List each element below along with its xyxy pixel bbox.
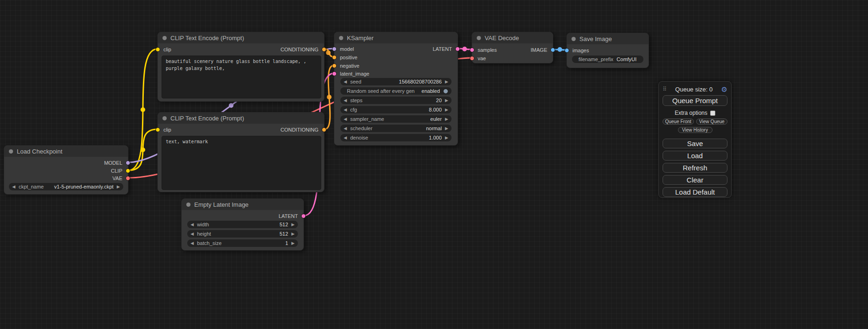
toggle-indicator-icon[interactable]	[443, 89, 448, 94]
node-titlebar[interactable]: KSampler	[334, 32, 458, 43]
width-widget[interactable]: ◀ width 512 ▶	[187, 221, 298, 228]
steps-widget[interactable]: ◀ steps 20 ▶	[340, 97, 452, 104]
arrow-left-icon[interactable]: ◀	[344, 125, 347, 132]
conditioning-port-dot[interactable]	[322, 47, 326, 52]
latent-port-dot[interactable]	[332, 71, 337, 76]
node-load-checkpoint[interactable]: Load Checkpoint MODEL CLIP VAE ◀ ckpt_na…	[4, 145, 128, 195]
node-vae-decode[interactable]: VAE Decode samples vae IMAGE	[472, 32, 553, 63]
image-port-dot[interactable]	[550, 48, 555, 52]
node-titlebar[interactable]: Save Image	[567, 33, 649, 44]
load-button[interactable]: Load	[663, 151, 727, 161]
latent-port-dot[interactable]	[470, 48, 474, 52]
widget-value[interactable]: 512	[214, 231, 288, 237]
arrow-right-icon[interactable]: ▶	[117, 183, 120, 190]
latent-port-dot[interactable]	[301, 214, 306, 218]
arrow-left-icon[interactable]: ◀	[344, 134, 347, 141]
scheduler-widget[interactable]: ◀ scheduler normal ▶	[340, 125, 452, 132]
load-default-button[interactable]: Load Default	[663, 187, 727, 197]
random-seed-toggle-widget[interactable]: Random seed after every gen enabled	[340, 87, 452, 95]
widget-value[interactable]: 8.000	[360, 107, 442, 112]
conditioning-port-dot[interactable]	[322, 127, 326, 132]
collapse-dot-icon[interactable]	[572, 37, 576, 41]
collapse-dot-icon[interactable]	[339, 36, 343, 40]
arrow-left-icon[interactable]: ◀	[12, 183, 15, 190]
arrow-right-icon[interactable]: ▶	[291, 230, 295, 238]
widget-value[interactable]: 1.000	[371, 135, 442, 140]
arrow-right-icon[interactable]: ▶	[445, 78, 448, 85]
collapse-dot-icon[interactable]	[162, 36, 167, 40]
arrow-left-icon[interactable]: ◀	[344, 106, 347, 113]
node-titlebar[interactable]: CLIP Text Encode (Prompt)	[158, 32, 324, 43]
input-positive: positive	[332, 54, 357, 61]
conditioning-port-dot[interactable]	[332, 63, 337, 68]
height-widget[interactable]: ◀ height 512 ▶	[187, 230, 298, 238]
arrow-right-icon[interactable]: ▶	[445, 106, 448, 113]
view-history-button[interactable]: View History	[678, 127, 713, 133]
arrow-left-icon[interactable]: ◀	[191, 239, 194, 247]
widget-value[interactable]: 20	[366, 98, 442, 103]
save-button[interactable]: Save	[663, 139, 727, 148]
arrow-right-icon[interactable]: ▶	[291, 239, 295, 247]
view-queue-button[interactable]: View Queue	[696, 119, 727, 125]
arrow-left-icon[interactable]: ◀	[191, 230, 194, 238]
filename-prefix-widget[interactable]: filename_prefix ComfyUI	[572, 56, 643, 63]
clip-port-dot[interactable]	[155, 127, 160, 132]
settings-gear-icon[interactable]: ⚙	[721, 86, 727, 93]
widget-value[interactable]: v1-5-pruned-emaonly.ckpt	[47, 184, 113, 189]
queue-front-button[interactable]: Queue Front	[663, 119, 694, 125]
queue-prompt-button[interactable]: Queue Prompt	[663, 95, 727, 106]
collapse-dot-icon[interactable]	[9, 149, 13, 154]
widget-value[interactable]: normal	[376, 126, 442, 131]
conditioning-port-dot[interactable]	[332, 55, 337, 60]
vae-port-dot[interactable]	[126, 176, 130, 181]
batch-size-widget[interactable]: ◀ batch_size 1 ▶	[187, 239, 298, 247]
widget-value[interactable]: 512	[212, 222, 288, 227]
arrow-right-icon[interactable]: ▶	[445, 134, 448, 141]
comfyui-canvas[interactable]: Load Checkpoint MODEL CLIP VAE ◀ ckpt_na…	[0, 0, 868, 329]
image-port-dot[interactable]	[565, 48, 569, 53]
node-save-image[interactable]: Save Image images filename_prefix ComfyU…	[566, 33, 649, 68]
vae-port-dot[interactable]	[470, 56, 474, 61]
widget-value[interactable]: euler	[388, 116, 442, 122]
arrow-left-icon[interactable]: ◀	[344, 97, 347, 104]
seed-widget[interactable]: ◀ seed 156680208700286 ▶	[340, 78, 452, 85]
node-titlebar[interactable]: Load Checkpoint	[4, 146, 128, 157]
port-label: CONDITIONING	[281, 47, 318, 52]
prompt-textarea[interactable]: text, watermark	[162, 136, 321, 190]
collapse-dot-icon[interactable]	[162, 116, 167, 120]
widget-value[interactable]: enabled	[418, 88, 440, 94]
arrow-right-icon[interactable]: ▶	[445, 125, 448, 132]
arrow-right-icon[interactable]: ▶	[291, 221, 295, 228]
arrow-left-icon[interactable]: ◀	[344, 78, 347, 85]
sampler-name-widget[interactable]: ◀ sampler_name euler ▶	[340, 115, 452, 123]
node-clip-text-encode-negative[interactable]: CLIP Text Encode (Prompt) clip CONDITION…	[157, 112, 325, 192]
node-ksampler[interactable]: KSampler model positive negative latent_…	[334, 32, 458, 146]
node-titlebar[interactable]: Empty Latent Image	[182, 199, 303, 210]
collapse-dot-icon[interactable]	[477, 36, 481, 40]
clip-port-dot[interactable]	[155, 47, 160, 52]
extra-options-checkbox[interactable]	[710, 111, 715, 116]
arrow-left-icon[interactable]: ◀	[191, 221, 194, 228]
widget-value[interactable]: 156680208700286	[365, 79, 442, 84]
model-port-dot[interactable]	[332, 47, 337, 51]
collapse-dot-icon[interactable]	[186, 203, 191, 207]
arrow-right-icon[interactable]: ▶	[445, 97, 448, 104]
latent-port-dot[interactable]	[455, 47, 460, 51]
drag-handle-icon[interactable]: ⠿	[663, 86, 667, 92]
arrow-left-icon[interactable]: ◀	[344, 115, 347, 123]
model-port-dot[interactable]	[126, 161, 130, 165]
arrow-right-icon[interactable]: ▶	[445, 115, 448, 123]
node-titlebar[interactable]: CLIP Text Encode (Prompt)	[158, 112, 324, 124]
clip-port-dot[interactable]	[126, 168, 130, 173]
node-titlebar[interactable]: VAE Decode	[472, 32, 553, 43]
widget-value[interactable]: ComfyUI	[617, 56, 642, 62]
node-clip-text-encode-positive[interactable]: CLIP Text Encode (Prompt) clip CONDITION…	[157, 32, 325, 102]
clear-button[interactable]: Clear	[663, 175, 727, 185]
node-empty-latent-image[interactable]: Empty Latent Image LATENT ◀ width 512 ▶ …	[181, 198, 304, 251]
cfg-widget[interactable]: ◀ cfg 8.000 ▶	[340, 106, 452, 113]
ckpt-name-widget[interactable]: ◀ ckpt_name v1-5-pruned-emaonly.ckpt ▶	[9, 183, 123, 190]
denoise-widget[interactable]: ◀ denoise 1.000 ▶	[340, 134, 452, 141]
prompt-textarea[interactable]: beautiful scenery nature glass bottle la…	[162, 56, 321, 98]
refresh-button[interactable]: Refresh	[663, 163, 727, 173]
widget-value[interactable]: 1	[225, 240, 289, 246]
